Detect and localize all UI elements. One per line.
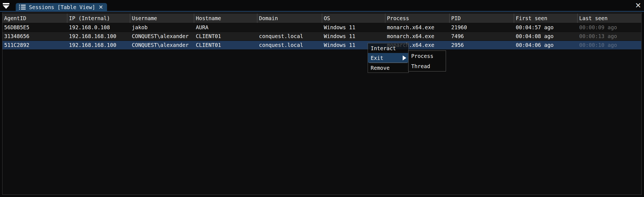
cell-hostname: AURA [194, 23, 257, 32]
cell-username: CONQUEST\alexander [130, 32, 194, 41]
cell-username: jakob [130, 23, 194, 32]
column-header-ip[interactable]: IP (Internal) [67, 14, 130, 23]
cell-username: CONQUEST\alexander [130, 41, 194, 49]
column-header-pid[interactable]: PID [450, 14, 514, 23]
cell-first-seen: 00:04:57 ago [514, 23, 578, 32]
menu-item-interact[interactable]: Interact [368, 43, 408, 53]
cell-last-seen: 00:00:09 ago [578, 23, 641, 32]
menu-item-exit[interactable]: Exit [368, 53, 408, 63]
column-header-last-seen[interactable]: Last seen [578, 14, 641, 23]
tab-close-icon[interactable]: ✕ [98, 4, 103, 10]
cell-os: Windows 11 [322, 32, 385, 41]
cell-ip: 192.168.0.108 [67, 23, 130, 32]
tab-title: Sessions [Table View] [29, 4, 95, 10]
menu-item-label: Interact [371, 45, 396, 51]
cell-pid: 2956 [450, 41, 514, 49]
context-menu: Interact Exit Remove [368, 43, 409, 73]
window-close-icon[interactable]: ✕ [635, 1, 641, 10]
session-row-selected[interactable]: 511C2892 192.168.168.100 CONQUEST\alexan… [2, 41, 641, 49]
cell-process: monarch.x64.exe [385, 23, 450, 32]
cell-domain [257, 23, 322, 32]
column-header-domain[interactable]: Domain [257, 14, 322, 23]
cell-agentid: 511C2892 [2, 41, 67, 49]
cell-pid: 7496 [450, 32, 514, 41]
cell-hostname: CLIENT01 [194, 41, 257, 49]
cell-os: Windows 11 [322, 23, 385, 32]
column-header-first-seen[interactable]: First seen [514, 14, 578, 23]
tab-sessions-table-view[interactable]: Sessions [Table View] ✕ [16, 3, 107, 11]
session-row[interactable]: 56DBB5E5 192.168.0.108 jakob AURA Window… [2, 23, 641, 32]
column-header-os[interactable]: OS [322, 14, 385, 23]
cell-process: monarch.x64.exe [385, 32, 450, 41]
menu-item-label: Remove [371, 65, 390, 71]
list-view-icon [19, 4, 26, 10]
cell-last-seen: 00:00:10 ago [578, 41, 641, 49]
tab-bar: Sessions [Table View] ✕ ✕ [0, 0, 644, 12]
cell-ip: 192.168.168.100 [67, 41, 130, 49]
table-header-row: AgentID IP (Internal) Username Hostname … [2, 14, 641, 23]
filter-icon[interactable] [2, 2, 10, 9]
submenu-arrow-icon [403, 55, 406, 60]
cell-agentid: 31348656 [2, 32, 67, 41]
menu-item-remove[interactable]: Remove [368, 63, 408, 73]
cell-domain: conquest.local [257, 32, 322, 41]
column-header-agentid[interactable]: AgentID [2, 14, 67, 23]
submenu-item-process[interactable]: Process [408, 51, 446, 61]
menu-item-label: Exit [371, 55, 383, 61]
sessions-table-panel: AgentID IP (Internal) Username Hostname … [2, 12, 642, 195]
column-header-username[interactable]: Username [130, 14, 194, 23]
session-row[interactable]: 31348656 192.168.168.100 CONQUEST\alexan… [2, 32, 641, 41]
cell-first-seen: 00:04:06 ago [514, 41, 578, 49]
column-header-process[interactable]: Process [385, 14, 450, 23]
cell-first-seen: 00:04:08 ago [514, 32, 578, 41]
cell-domain: conquest.local [257, 41, 322, 49]
cell-last-seen: 00:00:13 ago [578, 32, 641, 41]
column-header-hostname[interactable]: Hostname [194, 14, 257, 23]
cell-pid: 21960 [450, 23, 514, 32]
cell-agentid: 56DBB5E5 [2, 23, 67, 32]
context-submenu-exit: Process Thread [408, 50, 446, 71]
cell-ip: 192.168.168.100 [67, 32, 130, 41]
cell-hostname: CLIENT01 [194, 32, 257, 41]
submenu-item-thread[interactable]: Thread [408, 61, 446, 71]
